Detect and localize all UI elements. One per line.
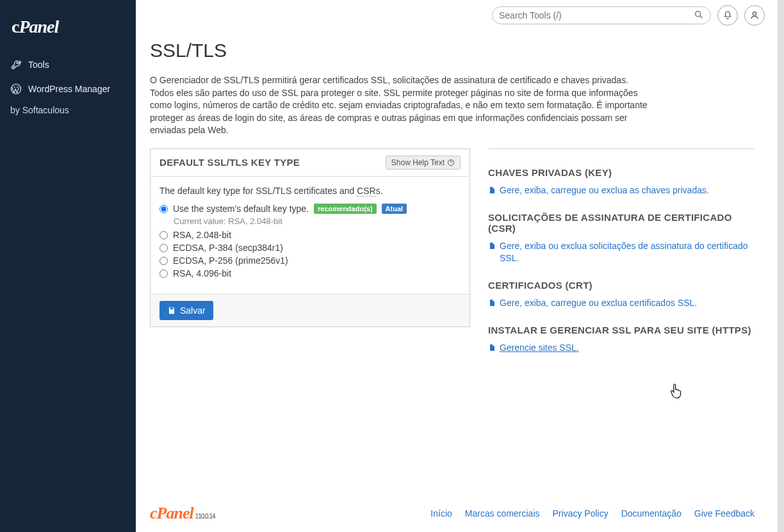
file-icon [488, 343, 496, 352]
footer-link-docs[interactable]: Documentação [621, 508, 682, 519]
page-title: SSL/TLS [150, 40, 755, 61]
content: SSL/TLS O Gerenciador de SSL/TLS permiti… [136, 31, 778, 497]
file-icon [488, 186, 496, 195]
footer-link-feedback[interactable]: Give Feedback [694, 508, 755, 519]
wrench-icon [10, 59, 22, 70]
link-crt[interactable]: Gere, exiba, carregue ou exclua certific… [488, 297, 697, 309]
footer-links: Início Marcas comerciais Privacy Policy … [430, 508, 755, 519]
right-column: CHAVES PRIVADAS (KEY) Gere, exiba, carre… [488, 149, 755, 369]
bell-icon [723, 10, 733, 20]
svg-point-3 [753, 12, 756, 15]
link-csr[interactable]: Gere, exiba ou exclua solicitações de as… [488, 240, 755, 264]
key-option-ecdsa384[interactable]: ECDSA, P-384 (secp384r1) [159, 241, 461, 254]
block-crt: CERTIFICADOS (CRT) Gere, exiba, carregue… [488, 280, 755, 309]
footer-link-privacy[interactable]: Privacy Policy [553, 508, 608, 519]
sidebar-item-label: Tools [28, 60, 49, 70]
block-private-keys: CHAVES PRIVADAS (KEY) Gere, exiba, carre… [488, 167, 755, 197]
link-text: Gerencie sites SSL. [500, 342, 579, 354]
radio-default[interactable] [159, 205, 168, 213]
key-option-default[interactable]: Use the system's default key type. recom… [159, 202, 461, 215]
option-label: Use the system's default key type. [173, 204, 309, 214]
block-title: CERTIFICADOS (CRT) [488, 280, 755, 291]
link-text: Gere, exiba ou exclua solicitações de as… [500, 240, 755, 264]
main: SSL/TLS O Gerenciador de SSL/TLS permiti… [136, 0, 784, 532]
show-help-button[interactable]: Show Help Text [386, 156, 461, 170]
sidebar-item-wordpress[interactable]: WordPress Manager [0, 77, 136, 101]
footer-link-inicio[interactable]: Início [430, 508, 452, 519]
block-install-ssl: INSTALAR E GERENCIAR SSL PARA SEU SITE (… [488, 325, 755, 354]
radio-rsa4096[interactable] [159, 270, 168, 278]
panel-title: DEFAULT SSL/TLS KEY TYPE [159, 157, 300, 168]
footer-link-marcas[interactable]: Marcas comerciais [465, 508, 540, 519]
option-label: ECDSA, P-256 (prime256v1) [173, 255, 288, 266]
option-label: RSA, 2.048-bit [173, 230, 231, 240]
svg-line-2 [700, 16, 702, 18]
block-title: SOLICITAÇÕES DE ASSINATURA DE CERTIFICAD… [488, 212, 755, 234]
footer: cPanel110.0.14 Início Marcas comerciais … [136, 497, 778, 532]
user-icon [749, 10, 760, 20]
key-option-rsa4096[interactable]: RSA, 4.096-bit [159, 267, 461, 280]
link-text: Gere, exiba, carregue ou exclua as chave… [500, 184, 709, 197]
link-text: Gere, exiba, carregue ou exclua certific… [500, 297, 697, 309]
save-icon [167, 306, 176, 315]
radio-rsa2048[interactable] [159, 231, 168, 239]
key-option-rsa2048[interactable]: RSA, 2.048-bit [159, 229, 461, 241]
footer-logo: cPanel110.0.14 [150, 504, 215, 523]
search-icon[interactable] [694, 10, 704, 22]
help-icon [447, 159, 455, 166]
key-option-ecdsa256[interactable]: ECDSA, P-256 (prime256v1) [159, 254, 461, 267]
svg-point-1 [696, 11, 701, 16]
sidebar-subline: by Softaculous [0, 101, 136, 123]
link-manage-ssl[interactable]: Gerencie sites SSL. [488, 342, 579, 354]
option-label: RSA, 4.096-bit [173, 268, 231, 278]
file-icon [488, 298, 496, 307]
block-title: CHAVES PRIVADAS (KEY) [488, 167, 755, 178]
sidebar-logo: cPanel [0, 12, 136, 52]
save-label: Salvar [180, 305, 206, 316]
block-csr: SOLICITAÇÕES DE ASSINATURA DE CERTIFICAD… [488, 212, 755, 264]
topbar [136, 0, 778, 31]
csr-abbrev: CSR [357, 186, 376, 197]
option-label: ECDSA, P-384 (secp384r1) [173, 243, 283, 253]
file-icon [488, 241, 496, 250]
help-button-label: Show Help Text [391, 158, 445, 167]
sidebar: cPanel Tools WordPress Manager by Softac… [0, 0, 136, 532]
radio-ecdsa384[interactable] [159, 244, 168, 252]
key-type-panel: DEFAULT SSL/TLS KEY TYPE Show Help Text … [150, 149, 470, 327]
panel-desc: The default key type for SSL/TLS certifi… [159, 186, 461, 196]
wordpress-icon [10, 83, 22, 95]
version: 110.0.14 [195, 513, 215, 520]
block-title: INSTALAR E GERENCIAR SSL PARA SEU SITE (… [488, 325, 755, 335]
link-private-keys[interactable]: Gere, exiba, carregue ou exclua as chave… [488, 184, 709, 197]
current-value: Current value: RSA, 2.048-bit [174, 216, 461, 226]
search-input[interactable] [499, 10, 690, 20]
save-button[interactable]: Salvar [159, 301, 213, 320]
intro-text: O Gerenciador de SSL/TLS permitirá gerar… [150, 74, 649, 137]
radio-ecdsa256[interactable] [159, 257, 168, 265]
badge-recommended: recomendado(s) [314, 204, 377, 214]
sidebar-item-label: WordPress Manager [28, 84, 110, 94]
user-menu-button[interactable] [744, 5, 765, 26]
sidebar-item-tools[interactable]: Tools [0, 52, 136, 77]
search-input-wrap[interactable] [492, 6, 711, 24]
notifications-button[interactable] [717, 5, 738, 26]
badge-current: Atual [382, 204, 407, 214]
